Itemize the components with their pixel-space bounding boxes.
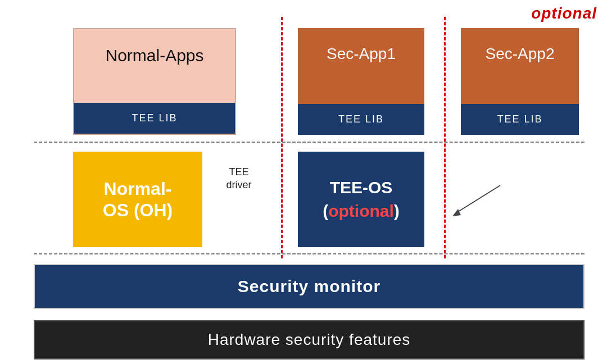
- sec-app1-block: Sec-App1 TEE LIB: [298, 28, 424, 135]
- sec-app2-block: Sec-App2 TEE LIB: [461, 28, 579, 135]
- normal-os-text: Normal-OS (OH): [103, 178, 173, 221]
- tee-driver-label: TEEdriver: [208, 166, 270, 192]
- hardware-security-text: Hardware security features: [208, 331, 411, 349]
- main-area: Normal-Apps TEE LIB Sec-App1 TEE LIB Sec…: [34, 17, 585, 353]
- tee-os-block: TEE-OS (optional): [298, 152, 424, 247]
- normal-os-block: Normal-OS (OH): [73, 152, 202, 247]
- hardware-security-block: Hardware security features: [34, 320, 585, 360]
- diagram-container: optional Normal-Apps TEE LIB Sec-App1 TE…: [0, 0, 607, 364]
- normal-apps-tee-lib: TEE LIB: [74, 103, 235, 134]
- vertical-divider-left: [281, 17, 283, 258]
- h-divider-top: [34, 142, 585, 143]
- sec-app2-tee-lib: TEE LIB: [461, 104, 579, 135]
- tee-os-text: TEE-OS (optional): [323, 176, 400, 223]
- h-divider-bottom: [34, 253, 585, 254]
- svg-line-0: [455, 185, 500, 213]
- normal-apps-title: Normal-Apps: [74, 46, 235, 65]
- arrow-icon: [422, 180, 511, 225]
- sec-app1-title: Sec-App1: [298, 45, 424, 63]
- normal-apps-block: Normal-Apps TEE LIB: [73, 28, 236, 135]
- sec-app1-tee-lib: TEE LIB: [298, 104, 424, 135]
- security-monitor-block: Security monitor: [34, 264, 585, 309]
- security-monitor-text: Security monitor: [238, 277, 380, 296]
- sec-app2-title: Sec-App2: [461, 45, 579, 63]
- svg-marker-1: [452, 209, 461, 216]
